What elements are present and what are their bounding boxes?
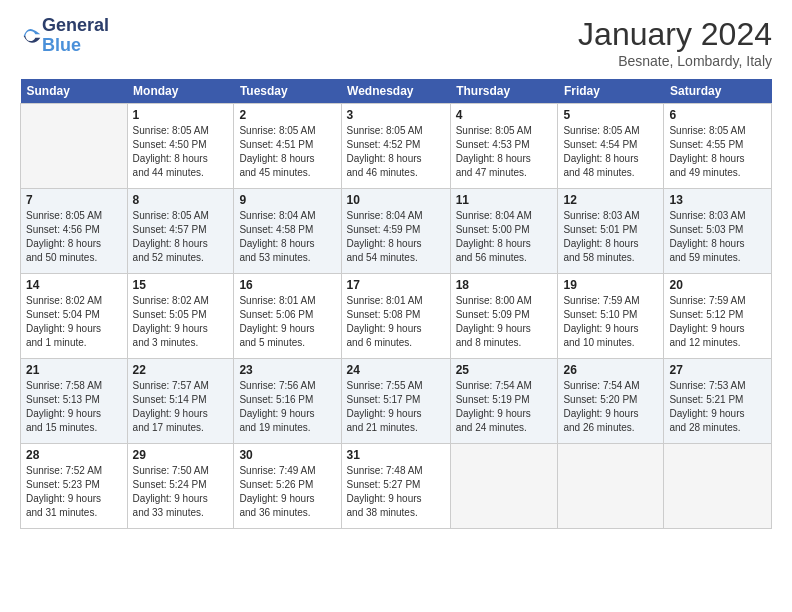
day-info: Sunrise: 8:05 AMSunset: 4:52 PMDaylight:…: [347, 124, 445, 180]
day-number: 20: [669, 278, 766, 292]
calendar-cell: 14Sunrise: 8:02 AMSunset: 5:04 PMDayligh…: [21, 274, 128, 359]
day-number: 11: [456, 193, 553, 207]
calendar-cell: 25Sunrise: 7:54 AMSunset: 5:19 PMDayligh…: [450, 359, 558, 444]
day-number: 15: [133, 278, 229, 292]
day-info: Sunrise: 8:04 AMSunset: 4:58 PMDaylight:…: [239, 209, 335, 265]
page: General Blue January 2024 Besnate, Lomba…: [0, 0, 792, 539]
calendar-cell: 11Sunrise: 8:04 AMSunset: 5:00 PMDayligh…: [450, 189, 558, 274]
calendar-cell: 23Sunrise: 7:56 AMSunset: 5:16 PMDayligh…: [234, 359, 341, 444]
day-info: Sunrise: 7:57 AMSunset: 5:14 PMDaylight:…: [133, 379, 229, 435]
calendar-cell: 1Sunrise: 8:05 AMSunset: 4:50 PMDaylight…: [127, 104, 234, 189]
day-info: Sunrise: 8:05 AMSunset: 4:50 PMDaylight:…: [133, 124, 229, 180]
col-tuesday: Tuesday: [234, 79, 341, 104]
day-info: Sunrise: 7:59 AMSunset: 5:12 PMDaylight:…: [669, 294, 766, 350]
day-number: 17: [347, 278, 445, 292]
day-number: 9: [239, 193, 335, 207]
day-info: Sunrise: 8:00 AMSunset: 5:09 PMDaylight:…: [456, 294, 553, 350]
calendar-cell: 19Sunrise: 7:59 AMSunset: 5:10 PMDayligh…: [558, 274, 664, 359]
calendar-cell: 15Sunrise: 8:02 AMSunset: 5:05 PMDayligh…: [127, 274, 234, 359]
day-info: Sunrise: 8:04 AMSunset: 4:59 PMDaylight:…: [347, 209, 445, 265]
day-info: Sunrise: 8:05 AMSunset: 4:57 PMDaylight:…: [133, 209, 229, 265]
calendar-cell: 9Sunrise: 8:04 AMSunset: 4:58 PMDaylight…: [234, 189, 341, 274]
calendar: Sunday Monday Tuesday Wednesday Thursday…: [20, 79, 772, 529]
day-info: Sunrise: 8:03 AMSunset: 5:03 PMDaylight:…: [669, 209, 766, 265]
day-number: 27: [669, 363, 766, 377]
day-info: Sunrise: 8:01 AMSunset: 5:06 PMDaylight:…: [239, 294, 335, 350]
day-number: 30: [239, 448, 335, 462]
day-number: 5: [563, 108, 658, 122]
calendar-cell: 3Sunrise: 8:05 AMSunset: 4:52 PMDaylight…: [341, 104, 450, 189]
calendar-week-4: 28Sunrise: 7:52 AMSunset: 5:23 PMDayligh…: [21, 444, 772, 529]
calendar-cell: 2Sunrise: 8:05 AMSunset: 4:51 PMDaylight…: [234, 104, 341, 189]
day-info: Sunrise: 7:49 AMSunset: 5:26 PMDaylight:…: [239, 464, 335, 520]
day-number: 22: [133, 363, 229, 377]
calendar-cell: 16Sunrise: 8:01 AMSunset: 5:06 PMDayligh…: [234, 274, 341, 359]
calendar-cell: 22Sunrise: 7:57 AMSunset: 5:14 PMDayligh…: [127, 359, 234, 444]
day-number: 21: [26, 363, 122, 377]
day-info: Sunrise: 8:02 AMSunset: 5:04 PMDaylight:…: [26, 294, 122, 350]
calendar-cell: 5Sunrise: 8:05 AMSunset: 4:54 PMDaylight…: [558, 104, 664, 189]
day-info: Sunrise: 8:03 AMSunset: 5:01 PMDaylight:…: [563, 209, 658, 265]
day-number: 8: [133, 193, 229, 207]
calendar-week-0: 1Sunrise: 8:05 AMSunset: 4:50 PMDaylight…: [21, 104, 772, 189]
calendar-cell: [450, 444, 558, 529]
calendar-week-3: 21Sunrise: 7:58 AMSunset: 5:13 PMDayligh…: [21, 359, 772, 444]
calendar-week-2: 14Sunrise: 8:02 AMSunset: 5:04 PMDayligh…: [21, 274, 772, 359]
calendar-cell: 30Sunrise: 7:49 AMSunset: 5:26 PMDayligh…: [234, 444, 341, 529]
calendar-cell: 6Sunrise: 8:05 AMSunset: 4:55 PMDaylight…: [664, 104, 772, 189]
calendar-cell: 26Sunrise: 7:54 AMSunset: 5:20 PMDayligh…: [558, 359, 664, 444]
calendar-cell: 28Sunrise: 7:52 AMSunset: 5:23 PMDayligh…: [21, 444, 128, 529]
day-number: 28: [26, 448, 122, 462]
calendar-cell: 13Sunrise: 8:03 AMSunset: 5:03 PMDayligh…: [664, 189, 772, 274]
calendar-body: 1Sunrise: 8:05 AMSunset: 4:50 PMDaylight…: [21, 104, 772, 529]
day-info: Sunrise: 7:52 AMSunset: 5:23 PMDaylight:…: [26, 464, 122, 520]
day-number: 2: [239, 108, 335, 122]
day-number: 10: [347, 193, 445, 207]
col-friday: Friday: [558, 79, 664, 104]
calendar-cell: 8Sunrise: 8:05 AMSunset: 4:57 PMDaylight…: [127, 189, 234, 274]
day-info: Sunrise: 7:55 AMSunset: 5:17 PMDaylight:…: [347, 379, 445, 435]
day-number: 25: [456, 363, 553, 377]
calendar-cell: 18Sunrise: 8:00 AMSunset: 5:09 PMDayligh…: [450, 274, 558, 359]
day-number: 7: [26, 193, 122, 207]
logo-line1: General: [42, 16, 109, 36]
day-number: 6: [669, 108, 766, 122]
logo: General Blue: [20, 16, 109, 56]
day-info: Sunrise: 7:54 AMSunset: 5:20 PMDaylight:…: [563, 379, 658, 435]
day-number: 3: [347, 108, 445, 122]
col-thursday: Thursday: [450, 79, 558, 104]
calendar-week-1: 7Sunrise: 8:05 AMSunset: 4:56 PMDaylight…: [21, 189, 772, 274]
col-saturday: Saturday: [664, 79, 772, 104]
day-info: Sunrise: 8:05 AMSunset: 4:53 PMDaylight:…: [456, 124, 553, 180]
day-number: 24: [347, 363, 445, 377]
calendar-cell: 17Sunrise: 8:01 AMSunset: 5:08 PMDayligh…: [341, 274, 450, 359]
logo-icon: [22, 26, 42, 46]
logo-text: General Blue: [42, 16, 109, 56]
day-number: 29: [133, 448, 229, 462]
day-info: Sunrise: 7:56 AMSunset: 5:16 PMDaylight:…: [239, 379, 335, 435]
day-number: 18: [456, 278, 553, 292]
day-info: Sunrise: 8:04 AMSunset: 5:00 PMDaylight:…: [456, 209, 553, 265]
day-number: 1: [133, 108, 229, 122]
day-number: 31: [347, 448, 445, 462]
header: General Blue January 2024 Besnate, Lomba…: [20, 16, 772, 69]
day-info: Sunrise: 7:50 AMSunset: 5:24 PMDaylight:…: [133, 464, 229, 520]
day-info: Sunrise: 8:05 AMSunset: 4:56 PMDaylight:…: [26, 209, 122, 265]
calendar-cell: 29Sunrise: 7:50 AMSunset: 5:24 PMDayligh…: [127, 444, 234, 529]
location: Besnate, Lombardy, Italy: [578, 53, 772, 69]
title-block: January 2024 Besnate, Lombardy, Italy: [578, 16, 772, 69]
calendar-cell: [664, 444, 772, 529]
day-info: Sunrise: 8:05 AMSunset: 4:55 PMDaylight:…: [669, 124, 766, 180]
day-number: 12: [563, 193, 658, 207]
day-info: Sunrise: 8:02 AMSunset: 5:05 PMDaylight:…: [133, 294, 229, 350]
calendar-cell: 27Sunrise: 7:53 AMSunset: 5:21 PMDayligh…: [664, 359, 772, 444]
day-info: Sunrise: 7:59 AMSunset: 5:10 PMDaylight:…: [563, 294, 658, 350]
col-wednesday: Wednesday: [341, 79, 450, 104]
day-number: 19: [563, 278, 658, 292]
calendar-cell: 21Sunrise: 7:58 AMSunset: 5:13 PMDayligh…: [21, 359, 128, 444]
day-info: Sunrise: 7:53 AMSunset: 5:21 PMDaylight:…: [669, 379, 766, 435]
day-number: 26: [563, 363, 658, 377]
day-info: Sunrise: 8:05 AMSunset: 4:51 PMDaylight:…: [239, 124, 335, 180]
calendar-cell: 24Sunrise: 7:55 AMSunset: 5:17 PMDayligh…: [341, 359, 450, 444]
day-number: 16: [239, 278, 335, 292]
